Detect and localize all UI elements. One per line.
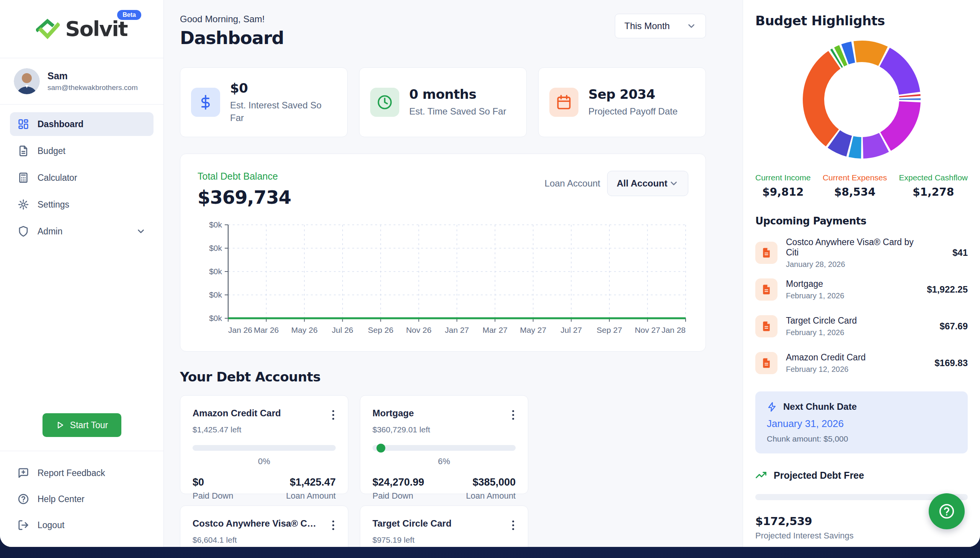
logout-icon [18,519,29,531]
svg-text:Mar 26: Mar 26 [254,325,279,334]
help-fab-button[interactable] [929,493,965,529]
account-name: Target Circle Card [373,518,452,529]
debt-balance-chart: $0k$0k$0k$0k$0kJan 26Mar 26May 26Jul 26S… [198,220,688,340]
expected-cashflow-label: Expected Cashflow [899,173,968,182]
account-progress-percent: 6% [373,456,515,466]
debt-account-card: Costco Anywhere Visa® Card… $6,604.1 lef… [180,505,348,547]
payment-amount: $41 [952,248,968,258]
sidebar-item-dashboard[interactable]: Dashboard [10,112,154,136]
budget-highlights-heading: Budget Highlights [755,13,968,28]
kebab-menu-icon[interactable] [510,518,515,532]
logout-button[interactable]: Logout [10,513,154,537]
expected-cashflow-value: $1,278 [899,186,968,199]
sidebar-item-budget[interactable]: Budget [10,139,154,163]
budget-donut-chart [755,40,968,159]
trending-up-icon [755,469,767,481]
account-left-amount: $360,729.01 left [373,425,515,434]
page-title: Dashboard [180,28,284,48]
projected-debt-free-title: Projected Debt Free [774,470,864,481]
footer-item-label: Logout [38,520,64,530]
account-progress-bar [373,445,515,451]
payment-date: February 1, 2026 [786,291,844,300]
current-expenses-value: $8,534 [823,186,887,199]
svg-text:Jul 27: Jul 27 [560,325,582,334]
payment-name: Target Circle Card [786,315,857,326]
stat-card-payoff-date: Sep 2034 Projected Payoff Date [538,67,706,137]
period-selector[interactable]: This Month [615,14,706,38]
kebab-menu-icon[interactable] [331,408,336,422]
footer-item-label: Help Center [38,494,85,504]
feedback-message-plus-icon [18,467,29,479]
chunk-amount: Chunk amount: $5,000 [767,434,956,443]
document-icon [18,145,29,157]
help-center-button[interactable]: Help Center [10,487,154,511]
invoice-icon [755,352,777,374]
payment-row[interactable]: Mortgage February 1, 2026 $1,922.25 [755,271,968,308]
lightning-bolt-icon [767,402,777,412]
loan-amount-value: $385,000 [466,476,515,488]
budget-highlights-panel: Budget Highlights Current Income $9,812 … [743,0,980,547]
total-debt-balance-card: Total Debt Balance $369,734 Loan Account… [180,154,706,351]
svg-text:Sep 26: Sep 26 [368,325,394,334]
svg-text:Jan 28: Jan 28 [661,325,686,334]
play-icon [56,420,65,430]
payment-name: Amazon Credit Card [786,352,865,363]
balance-value: $369,734 [198,187,291,208]
budget-stats: Current Income $9,812 Current Expenses $… [755,173,968,199]
sidebar-item-label: Budget [38,146,65,156]
invoice-icon [755,315,777,337]
paid-down-label: Paid Down [373,491,424,501]
start-tour-label: Start Tour [70,420,108,430]
user-email: sam@thekwakbrothers.com [47,84,138,92]
payment-name: Costco Anywhere Visa® Card by Citi [786,237,928,258]
sidebar-item-label: Calculator [38,173,77,183]
payment-row[interactable]: Costco Anywhere Visa® Card by Citi Janua… [755,235,968,271]
svg-text:Jul 26: Jul 26 [332,325,353,334]
user-profile[interactable]: Sam sam@thekwakbrothers.com [0,58,164,105]
account-name: Amazon Credit Card [193,408,281,419]
account-left-amount: $6,604.1 left [193,535,336,545]
main-content: Good Morning, Sam! Dashboard This Month … [164,0,743,547]
invoice-icon [755,279,777,300]
sidebar-item-settings[interactable]: Settings [10,193,154,217]
loan-account-selector[interactable]: All Account [607,171,688,196]
stat-card-time-saved: 0 months Est. Time Saved So Far [359,67,527,137]
svg-text:Mar 27: Mar 27 [483,325,507,334]
payment-row[interactable]: Amazon Credit Card February 12, 2026 $16… [755,345,968,381]
loan-account-label: Loan Account [545,178,600,189]
stat-label: Est. Time Saved So Far [409,105,506,118]
clock-icon [370,88,399,117]
debt-account-card: Target Circle Card $975.19 left [360,505,528,547]
current-income-label: Current Income [755,173,811,182]
svg-text:$0k: $0k [209,244,222,253]
brand-name: Solvit [65,17,127,41]
question-circle-icon [18,493,29,505]
chevron-down-icon [136,226,146,236]
calculator-icon [18,172,29,184]
debt-accounts-grid: Amazon Credit Card $1,425.47 left 0% $0 … [180,395,706,547]
current-income-value: $9,812 [755,186,811,199]
summary-stats: $0 Est. Interest Saved So Far 0 months E… [180,67,706,137]
loan-account-value: All Account [617,178,667,189]
sidebar-item-admin[interactable]: Admin [10,220,154,243]
kebab-menu-icon[interactable] [331,518,336,532]
sidebar-item-calculator[interactable]: Calculator [10,166,154,190]
svg-text:May 26: May 26 [291,325,318,334]
user-name: Sam [47,71,138,82]
progress-dot [377,443,386,452]
sidebar-item-label: Admin [38,226,62,237]
report-feedback-button[interactable]: Report Feedback [10,461,154,485]
stat-value: Sep 2034 [588,87,677,102]
stat-card-interest-saved: $0 Est. Interest Saved So Far [180,67,348,137]
svg-text:May 27: May 27 [520,325,546,334]
balance-title: Total Debt Balance [198,171,291,182]
svg-text:$0k: $0k [209,220,222,229]
gear-icon [18,199,29,210]
stat-value: 0 months [409,87,506,102]
payment-row[interactable]: Target Circle Card February 1, 2026 $67.… [755,308,968,345]
start-tour-button[interactable]: Start Tour [43,413,121,437]
period-selector-value: This Month [624,21,670,31]
stat-label: Projected Payoff Date [588,105,677,118]
account-progress-percent: 0% [193,456,336,466]
kebab-menu-icon[interactable] [510,408,515,422]
